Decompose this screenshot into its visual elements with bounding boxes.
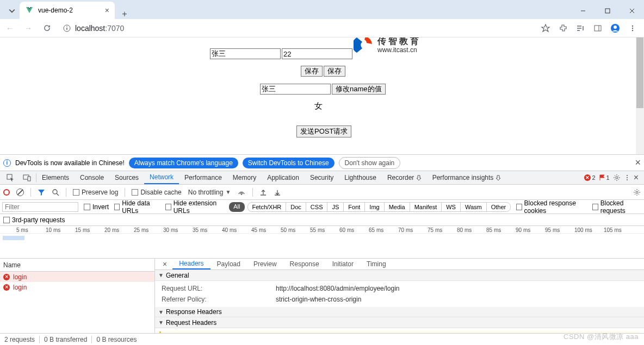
request-headers-section[interactable]: ▼Request Headers: [155, 317, 644, 328]
svg-point-28: [636, 191, 638, 193]
devtools-close-icon[interactable]: ×: [634, 173, 639, 183]
tab-performance[interactable]: Performance: [179, 171, 227, 184]
devtools-menu-icon[interactable]: [624, 174, 630, 181]
record-button[interactable]: [3, 189, 10, 196]
detail-tab-preview[interactable]: Preview: [247, 259, 283, 269]
clear-button[interactable]: [16, 189, 24, 196]
close-info-bar-icon[interactable]: ×: [635, 157, 641, 168]
blocked-cookies-checkbox[interactable]: Blocked response cookies: [516, 199, 587, 215]
page-scrollbar-thumb[interactable]: [636, 37, 643, 108]
chrome-menu-icon[interactable]: [628, 23, 637, 33]
profile-icon[interactable]: [610, 23, 620, 33]
device-toolbar-icon[interactable]: [18, 171, 36, 184]
third-party-checkbox[interactable]: 3rd-party requests: [3, 216, 65, 224]
tab-console[interactable]: Console: [75, 171, 109, 184]
save-button-1[interactable]: 保存: [301, 66, 323, 77]
network-settings-icon[interactable]: [633, 189, 641, 196]
response-headers-section[interactable]: ▼Response Headers: [155, 307, 644, 318]
minimize-button[interactable]: [571, 3, 595, 19]
error-count-badge[interactable]: ✕2: [584, 174, 595, 181]
detail-tab-headers[interactable]: Headers: [172, 259, 210, 269]
filter-wasm[interactable]: Wasm: [460, 202, 487, 212]
filter-other[interactable]: Other: [486, 202, 511, 212]
issue-count-badge[interactable]: 1: [599, 174, 610, 181]
tab-title: vue-demo-2: [38, 7, 73, 14]
tab-application[interactable]: Application: [262, 171, 305, 184]
filter-input[interactable]: [2, 202, 78, 212]
modify-name-button[interactable]: 修改name的值: [332, 84, 386, 95]
disable-cache-checkbox[interactable]: Disable cache: [132, 189, 181, 196]
resource-type-filters: All Fetch/XHR Doc CSS JS Font Img Media …: [230, 202, 511, 212]
tab-memory[interactable]: Memory: [227, 171, 262, 184]
detail-tab-timing[interactable]: Timing: [360, 259, 393, 269]
filter-doc[interactable]: Doc: [286, 202, 306, 212]
age-input[interactable]: [282, 48, 352, 59]
name-input-2[interactable]: [260, 84, 331, 95]
blocked-requests-checkbox[interactable]: Blocked requests: [592, 199, 642, 215]
filter-css[interactable]: CSS: [306, 202, 328, 212]
forward-button[interactable]: →: [22, 22, 35, 35]
switch-to-chinese-button[interactable]: Switch DevTools to Chinese: [243, 158, 335, 168]
tab-sources[interactable]: Sources: [109, 171, 144, 184]
page-scrollbar-track[interactable]: [636, 37, 644, 154]
timeline-tick: 85 ms: [486, 227, 501, 233]
bookmark-star-icon[interactable]: [541, 23, 550, 33]
search-icon[interactable]: [52, 189, 59, 196]
tab-network[interactable]: Network: [144, 171, 179, 184]
browser-tab[interactable]: vue-demo-2 ×: [20, 2, 115, 19]
invert-checkbox[interactable]: Invert: [84, 203, 109, 211]
tab-lighthouse[interactable]: Lighthouse: [339, 171, 382, 184]
request-row[interactable]: ✕ login: [0, 282, 154, 292]
detail-tab-initiator[interactable]: Initiator: [326, 259, 360, 269]
export-har-icon[interactable]: [274, 189, 281, 196]
network-conditions-icon[interactable]: [237, 189, 246, 196]
detail-tab-payload[interactable]: Payload: [210, 259, 247, 269]
back-button[interactable]: ←: [3, 22, 16, 35]
filter-media[interactable]: Media: [384, 202, 410, 212]
filter-toggle-icon[interactable]: [38, 189, 45, 196]
filter-manifest[interactable]: Manifest: [410, 202, 442, 212]
filter-fetch-xhr[interactable]: Fetch/XHR: [247, 202, 287, 212]
request-url-label: Request URL:: [162, 285, 276, 292]
request-list-header[interactable]: Name: [0, 259, 154, 272]
save-button-2[interactable]: 保存: [324, 66, 345, 77]
reload-button[interactable]: [40, 22, 53, 35]
inspect-element-icon[interactable]: [2, 171, 18, 184]
tab-performance-insights[interactable]: Performance insights: [427, 171, 506, 184]
dont-show-again-button[interactable]: Don't show again: [339, 157, 401, 169]
timeline-tick: 75 ms: [428, 227, 442, 233]
site-info-icon[interactable]: [63, 24, 71, 32]
maximize-button[interactable]: [596, 3, 620, 19]
window-close-button[interactable]: [620, 3, 644, 19]
reading-list-icon[interactable]: [575, 23, 585, 33]
new-tab-button[interactable]: +: [117, 9, 132, 19]
close-detail-icon[interactable]: ×: [157, 260, 172, 268]
import-har-icon[interactable]: [259, 189, 267, 196]
hide-data-urls-checkbox[interactable]: Hide data URLs: [114, 199, 160, 215]
filter-ws[interactable]: WS: [441, 202, 461, 212]
tab-recorder[interactable]: Recorder: [382, 171, 427, 184]
tab-search-dropdown[interactable]: [4, 3, 20, 19]
filter-all[interactable]: All: [229, 202, 244, 212]
general-section-header[interactable]: ▼General: [155, 270, 644, 281]
extensions-icon[interactable]: [558, 23, 568, 33]
side-panel-icon[interactable]: [593, 23, 603, 33]
svg-point-16: [632, 27, 633, 28]
filter-js[interactable]: JS: [327, 202, 344, 212]
url-box[interactable]: localhost:7070: [59, 24, 535, 33]
tab-security[interactable]: Security: [305, 171, 339, 184]
filter-img[interactable]: Img: [364, 202, 384, 212]
tab-elements[interactable]: Elements: [36, 171, 75, 184]
detail-tab-response[interactable]: Response: [283, 259, 326, 269]
request-row[interactable]: ✕ login: [0, 272, 154, 282]
throttling-dropdown[interactable]: No throttling▼: [188, 189, 231, 196]
settings-gear-icon[interactable]: [613, 174, 621, 181]
always-match-language-button[interactable]: Always match Chrome's language: [129, 158, 238, 168]
network-timeline[interactable]: 5 ms10 ms15 ms20 ms25 ms30 ms35 ms40 ms4…: [0, 226, 644, 259]
name-input-1[interactable]: [210, 48, 281, 59]
send-post-button[interactable]: 发送POST请求: [296, 126, 351, 137]
filter-font[interactable]: Font: [343, 202, 365, 212]
hide-extension-urls-checkbox[interactable]: Hide extension URLs: [165, 199, 224, 215]
tab-close-icon[interactable]: ×: [105, 6, 109, 15]
preserve-log-checkbox[interactable]: Preserve log: [73, 189, 118, 196]
